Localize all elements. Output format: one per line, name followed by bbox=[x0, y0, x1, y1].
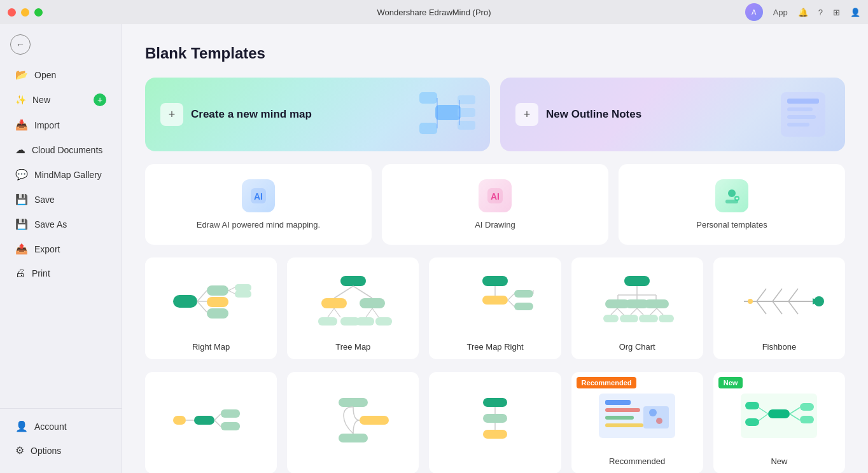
sidebar-back: ← bbox=[0, 29, 122, 60]
feature-row: AI Edraw AI powered mind mapping. AI AI … bbox=[145, 164, 845, 245]
sidebar-item-saveas[interactable]: 💾 Save As bbox=[5, 212, 116, 236]
bottom-3-preview bbox=[437, 382, 553, 458]
recommended-label: Recommended bbox=[609, 456, 665, 466]
close-window-button[interactable] bbox=[8, 8, 16, 17]
svg-line-36 bbox=[334, 286, 353, 298]
sidebar-label-new: New bbox=[32, 95, 50, 105]
svg-rect-54 bbox=[514, 303, 533, 310]
svg-rect-106 bbox=[605, 423, 643, 427]
template-tree-map[interactable]: Tree Map bbox=[287, 257, 419, 359]
sidebar-label-cloud: Cloud Documents bbox=[32, 145, 102, 155]
template-bottom-2[interactable] bbox=[287, 372, 419, 473]
sidebar-item-save[interactable]: 💾 Save bbox=[5, 188, 116, 211]
ai-mindmap-card[interactable]: AI Edraw AI powered mind mapping. bbox=[145, 164, 372, 245]
fishbone-label: Fishbone bbox=[762, 342, 796, 352]
personal-templates-icon: + bbox=[715, 179, 748, 212]
hero-illustration-right bbox=[759, 78, 835, 151]
print-icon: 🖨 bbox=[15, 268, 25, 279]
template-tree-map-right[interactable]: Tree Map Right bbox=[429, 257, 561, 359]
notification-icon[interactable]: 🔔 bbox=[798, 8, 808, 17]
ai-mindmap-icon: AI bbox=[242, 179, 275, 212]
options-icon: ⚙ bbox=[15, 444, 24, 456]
outline-plus-icon: + bbox=[515, 103, 538, 126]
template-fishbone[interactable]: Fishbone bbox=[713, 257, 845, 359]
import-icon: 📥 bbox=[15, 119, 28, 131]
ai-drawing-label: AI Drawing bbox=[475, 220, 515, 230]
create-plus-icon: + bbox=[160, 103, 183, 126]
bottom-1-preview bbox=[153, 382, 269, 458]
ai-drawing-card[interactable]: AI AI Drawing bbox=[382, 164, 608, 245]
sidebar-item-options[interactable]: ⚙ Options bbox=[5, 439, 116, 462]
svg-line-43 bbox=[372, 308, 379, 317]
svg-rect-96 bbox=[360, 416, 389, 425]
new-outline-card[interactable]: + New Outline Notes bbox=[500, 78, 845, 151]
main-content: Blank Templates + Create a new mind map bbox=[122, 24, 868, 473]
titlebar-actions: A App 🔔 ? ⊞ 👤 bbox=[745, 3, 860, 21]
svg-rect-35 bbox=[340, 276, 366, 286]
create-mind-map-card[interactable]: + Create a new mind map bbox=[145, 78, 490, 151]
ai-mindmap-label: Edraw AI powered mind mapping. bbox=[197, 220, 320, 230]
sidebar-item-print[interactable]: 🖨 Print bbox=[5, 262, 116, 285]
user-icon[interactable]: 👤 bbox=[850, 8, 860, 17]
svg-rect-101 bbox=[483, 430, 507, 439]
minimize-window-button[interactable] bbox=[21, 8, 29, 17]
svg-line-85 bbox=[788, 301, 798, 314]
svg-rect-24 bbox=[173, 295, 197, 308]
new-outline-label: New Outline Notes bbox=[546, 108, 641, 121]
template-bottom-1[interactable] bbox=[145, 372, 277, 473]
svg-line-66 bbox=[617, 308, 624, 315]
grid-icon[interactable]: ⊞ bbox=[833, 8, 840, 17]
template-recommended[interactable]: Recommended Recommended bbox=[571, 372, 703, 473]
sidebar-item-new[interactable]: ✨ New + bbox=[5, 88, 116, 112]
svg-rect-93 bbox=[221, 422, 240, 430]
cloud-icon: ☁ bbox=[15, 144, 25, 156]
user-avatar[interactable]: A bbox=[745, 3, 763, 21]
sidebar-item-account[interactable]: 👤 Account bbox=[5, 415, 116, 438]
sidebar-item-import[interactable]: 📥 Import bbox=[5, 113, 116, 137]
template-new[interactable]: New New bbox=[713, 372, 845, 473]
template-org-chart[interactable]: Org Chart bbox=[571, 257, 703, 359]
svg-rect-13 bbox=[787, 107, 813, 111]
recommended-badge: Recommended bbox=[577, 377, 637, 388]
sidebar: ← 📂 Open ✨ New + 📥 Import ☁ Cloud Docume… bbox=[0, 24, 122, 473]
svg-rect-50 bbox=[482, 296, 508, 305]
template-bottom-3[interactable] bbox=[429, 372, 561, 473]
svg-line-84 bbox=[773, 301, 782, 314]
svg-line-81 bbox=[773, 289, 782, 301]
svg-line-52 bbox=[508, 300, 514, 306]
maximize-window-button[interactable] bbox=[34, 8, 43, 17]
sidebar-item-export[interactable]: 📤 Export bbox=[5, 237, 116, 261]
sidebar-spacer bbox=[0, 285, 122, 408]
svg-line-41 bbox=[334, 308, 340, 317]
svg-line-25 bbox=[197, 291, 207, 301]
personal-templates-card[interactable]: + Personal templates bbox=[619, 164, 845, 245]
svg-rect-115 bbox=[745, 418, 759, 426]
svg-rect-38 bbox=[321, 298, 347, 308]
bottom-2-preview bbox=[295, 382, 411, 458]
svg-line-69 bbox=[650, 308, 657, 315]
svg-rect-39 bbox=[360, 298, 385, 308]
back-button[interactable]: ← bbox=[10, 34, 31, 55]
svg-rect-107 bbox=[643, 406, 669, 428]
sidebar-item-cloud[interactable]: ☁ Cloud Documents bbox=[5, 138, 116, 161]
sidebar-label-print: Print bbox=[32, 268, 50, 278]
svg-rect-99 bbox=[483, 414, 507, 423]
svg-line-82 bbox=[788, 289, 798, 301]
svg-line-31 bbox=[228, 287, 235, 291]
help-icon[interactable]: ? bbox=[818, 8, 823, 17]
sidebar-item-open[interactable]: 📂 Open bbox=[5, 63, 116, 86]
sidebar-label-open: Open bbox=[34, 70, 56, 80]
svg-line-51 bbox=[508, 294, 514, 300]
app-button[interactable]: App bbox=[773, 8, 788, 17]
svg-rect-7 bbox=[458, 121, 475, 130]
svg-point-108 bbox=[649, 409, 657, 416]
svg-line-68 bbox=[637, 308, 643, 315]
new-plus-button[interactable]: + bbox=[94, 93, 106, 106]
svg-text:AI: AI bbox=[491, 191, 500, 202]
ai-drawing-icon: AI bbox=[479, 179, 512, 212]
svg-rect-118 bbox=[800, 403, 814, 411]
tree-map-right-preview bbox=[437, 268, 553, 334]
sidebar-item-gallery[interactable]: 💬 MindMap Gallery bbox=[5, 163, 116, 186]
svg-line-80 bbox=[757, 289, 766, 301]
template-right-map[interactable]: Right Map bbox=[145, 257, 277, 359]
